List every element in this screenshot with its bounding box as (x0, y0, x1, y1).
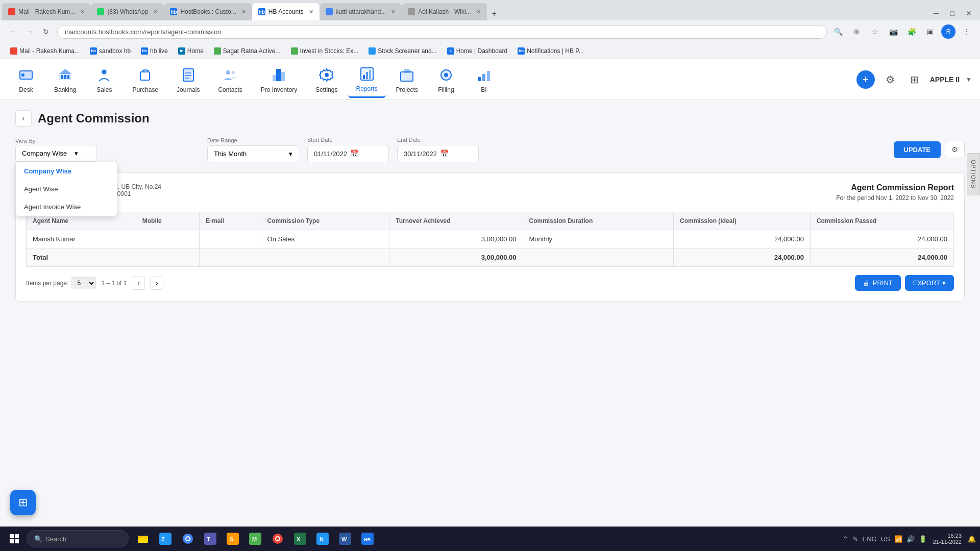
bookmark-sagar[interactable]: Sagar Ratna Active... (210, 46, 285, 56)
start-button[interactable] (4, 529, 24, 549)
start-date-calendar-icon[interactable]: 📅 (350, 149, 359, 158)
settings-icon-button[interactable]: ⚙ (881, 70, 899, 89)
taskbar-app-maps[interactable]: M (245, 529, 265, 549)
svg-point-45 (186, 537, 189, 540)
taskbar-app-chrome2[interactable] (267, 529, 288, 549)
bookmarks-bar: Mail - Rakesh Kuma... hb sandbox hb hb h… (0, 43, 980, 59)
nav-item-purchase[interactable]: Purchase (124, 62, 166, 97)
extensions-button[interactable]: 🧩 (904, 24, 919, 39)
print-button[interactable]: 🖨 PRINT (855, 275, 901, 291)
taskbar-app-word[interactable]: W (335, 529, 355, 549)
menu-button[interactable]: ⋮ (960, 24, 974, 39)
nav-item-banking[interactable]: Banking (46, 62, 84, 97)
update-button[interactable]: UPDATE (894, 141, 941, 158)
refresh-button[interactable]: ↻ (39, 24, 53, 39)
taskbar-app-zoom[interactable]: Z (155, 529, 176, 549)
new-tab-button[interactable]: + (487, 7, 502, 20)
profile-button[interactable]: R (941, 24, 955, 39)
forward-nav-button[interactable]: → (22, 24, 37, 39)
language-icon[interactable]: ENG (862, 535, 876, 543)
nav-item-pro-inventory[interactable]: Pro Inventory (253, 62, 305, 97)
tab-close-6[interactable]: ✕ (476, 9, 481, 15)
bookmark-linkedin[interactable]: in Home (174, 46, 208, 56)
tab-close-4[interactable]: ✕ (309, 9, 313, 15)
bookmark-hblive[interactable]: hb hb live (137, 46, 172, 56)
date-range-select[interactable]: This Month ▾ (207, 145, 299, 162)
nav-item-settings[interactable]: Settings (307, 62, 346, 97)
taskbar-app-excel[interactable]: X (290, 529, 310, 549)
nav-items: Desk Banking Sales Purchase (8, 61, 856, 98)
maximize-button[interactable]: □ (945, 6, 960, 20)
reading-mode-button[interactable]: ⊕ (849, 24, 864, 39)
taskbar-app-hostbooks[interactable]: HB (357, 529, 378, 549)
svg-rect-26 (369, 70, 371, 79)
end-date-calendar-icon[interactable]: 📅 (440, 149, 449, 158)
taskbar-search[interactable]: 🔍 Search (27, 530, 129, 547)
view-by-value: Company Wise (22, 149, 67, 157)
view-by-option-invoice[interactable]: Agent Invoice Wise (16, 198, 117, 216)
nav-item-sales[interactable]: Sales (86, 62, 122, 97)
taskbar-app-teams[interactable]: T (200, 529, 220, 549)
bookmark-home-dashboard[interactable]: k Home | Dashboard (443, 46, 512, 56)
options-tab[interactable]: OPTIONS (967, 153, 980, 195)
floating-action-button[interactable]: ⊞ (10, 490, 36, 515)
screenshot-button[interactable]: 📷 (886, 24, 900, 39)
start-date-input[interactable]: 01/11/2022 📅 (307, 145, 389, 162)
bookmark-invest[interactable]: Invest in Stocks: Ex... (287, 46, 363, 56)
back-nav-button[interactable]: ← (6, 24, 20, 39)
notification-bell-icon[interactable]: 🔔 (968, 535, 976, 543)
nav-item-contacts[interactable]: Contacts (210, 62, 250, 97)
browser-tab-2[interactable]: (83) WhatsApp ✕ (91, 3, 164, 20)
bookmark-mail[interactable]: Mail - Rakesh Kuma... (6, 46, 84, 56)
end-date-input[interactable]: 30/11/2022 📅 (397, 145, 479, 162)
url-bar[interactable]: inaccounts.hostbooks.com/reports/agent-c… (57, 25, 827, 39)
taskbar-app-files[interactable] (133, 529, 153, 549)
nav-item-filling[interactable]: Filling (428, 62, 464, 97)
browser-tab-6[interactable]: Adi Kailash - Wiki... ✕ (402, 3, 486, 20)
company-dropdown-arrow[interactable]: ▼ (966, 76, 972, 83)
nav-item-bi[interactable]: BI (466, 62, 502, 97)
bookmark-sandbox[interactable]: hb sandbox hb (86, 46, 135, 56)
close-window-button[interactable]: ✕ (962, 6, 976, 20)
stylus-icon[interactable]: ✎ (852, 535, 858, 543)
add-button[interactable]: + (856, 70, 875, 89)
browser-tab-3[interactable]: hb HostBooks : Custo... ✕ (164, 3, 252, 20)
view-by-select[interactable]: Company Wise ▾ (15, 145, 97, 162)
tab-close-1[interactable]: ✕ (80, 9, 85, 15)
sidebar-button[interactable]: ▣ (923, 24, 937, 39)
bookmark-screener[interactable]: Stock Screener and... (364, 46, 440, 56)
taskbar-app-notes[interactable]: N (312, 529, 333, 549)
back-button[interactable]: ‹ (15, 110, 32, 127)
nav-item-desk[interactable]: Desk (8, 62, 44, 97)
bookmark-notifications[interactable]: hb Notifications | HB P... (513, 46, 588, 56)
table-header-row: Agent Name Mobile E-mail Commission Type… (27, 212, 954, 230)
nav-item-journals[interactable]: Journals (168, 62, 208, 97)
tab-close-3[interactable]: ✕ (241, 9, 246, 15)
bookmark-button[interactable]: ☆ (868, 24, 882, 39)
network-icon[interactable]: 📶 (894, 535, 902, 543)
browser-tab-1[interactable]: Mail - Rakesh Kum... ✕ (2, 3, 91, 20)
chevron-up-icon[interactable]: ⌃ (843, 535, 848, 543)
export-button[interactable]: EXPORT ▾ (905, 275, 954, 291)
volume-icon[interactable]: 🔊 (906, 535, 915, 543)
next-page-button[interactable]: › (150, 277, 163, 290)
tab-title-6: Adi Kailash - Wiki... (418, 8, 471, 15)
nav-item-reports[interactable]: Reports (348, 61, 386, 98)
browser-tab-5[interactable]: kutti uttarakhand... ✕ (320, 3, 402, 20)
taskbar-app-chrome[interactable] (178, 529, 198, 549)
tab-close-5[interactable]: ✕ (391, 9, 396, 15)
minimize-button[interactable]: ─ (929, 6, 943, 20)
nav-item-projects[interactable]: Projects (388, 62, 426, 97)
per-page-select[interactable]: 5 10 20 (71, 277, 96, 289)
view-by-option-company[interactable]: Company Wise (16, 162, 117, 180)
taskbar-app-store[interactable]: S (223, 529, 243, 549)
search-browser-button[interactable]: 🔍 (831, 24, 845, 39)
browser-tab-4[interactable]: hb HB Accounts ✕ (252, 3, 320, 20)
view-by-option-agent[interactable]: Agent Wise (16, 180, 117, 198)
filter-settings-button[interactable]: ⚙ (945, 141, 965, 158)
td-commission-type: On Sales (261, 230, 389, 248)
grid-view-button[interactable]: ⊞ (905, 70, 924, 89)
prev-page-button[interactable]: ‹ (132, 277, 145, 290)
view-by-dropdown[interactable]: View By Company Wise ▾ Company Wise Agen… (15, 138, 97, 162)
tab-close-2[interactable]: ✕ (153, 9, 158, 15)
